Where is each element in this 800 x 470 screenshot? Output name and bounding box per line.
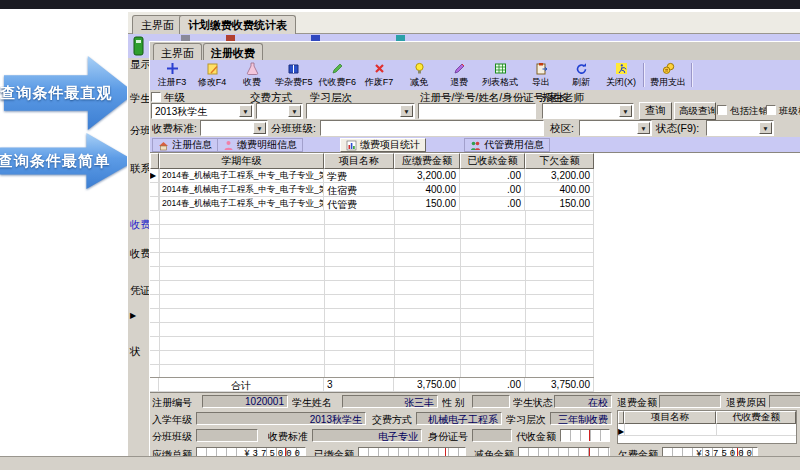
agent-amount-label: 代收金额	[516, 430, 556, 444]
refresh-icon	[575, 62, 588, 75]
campus-label: 校区:	[550, 122, 574, 136]
total-owed: 3,750.00	[525, 378, 594, 392]
refresh-button[interactable]: 刷新	[561, 61, 601, 89]
expense-button[interactable]: 费用支出	[647, 61, 689, 89]
reduce-button[interactable]: 减免	[399, 61, 439, 89]
top-dark-strip	[0, 0, 800, 9]
dropdown-arrow-icon[interactable]: ▼	[637, 122, 650, 134]
grid-line	[460, 211, 461, 377]
total-due: 3,750.00	[394, 378, 460, 392]
tab-main-interface[interactable]: 主界面	[132, 15, 183, 34]
subtab-registration-info[interactable]: 注册信息	[152, 138, 218, 152]
cell-semester: 2014春_机械电子工程系_中专_电子专业_第一年	[159, 197, 324, 211]
dropdown-arrow-icon[interactable]: ▼	[400, 105, 413, 117]
grade-checkbox[interactable]	[151, 92, 161, 102]
toolbar-button-label: 刷新	[572, 76, 590, 89]
class-input[interactable]	[320, 120, 544, 136]
fee-standard-select[interactable]: ▼	[200, 120, 268, 136]
col-header-owed[interactable]: 下欠金额	[525, 153, 594, 169]
dropdown-arrow-icon[interactable]: ▼	[759, 122, 772, 134]
left-panel-label: 联系电	[130, 162, 149, 176]
outer-tab-bar: 主界面 计划缴费收费统计表	[128, 12, 800, 34]
grid-line	[394, 211, 395, 377]
inner-tab-registration-fee[interactable]: 注册收费	[203, 43, 263, 60]
subtab-agent-fee-info[interactable]: 代管费用信息	[464, 138, 550, 152]
close-button[interactable]: 关闭(X)	[601, 61, 641, 89]
enroll-grade-value: 2013秋学生	[196, 412, 366, 425]
col-header-paid[interactable]: 已收款金额	[460, 153, 525, 169]
dropdown-arrow-icon[interactable]: ▼	[288, 105, 301, 117]
status-label: 状态(F9):	[656, 122, 699, 136]
reduce-bulb-icon	[413, 62, 426, 75]
fee-items-table: 学期年级 项目名称 应缴费金额 已收款金额 下欠金额 ▶ 2014春_机械电子工…	[150, 152, 800, 392]
export-button[interactable]: 导出	[521, 61, 561, 89]
callout-arrow-intuitive: 查询条件最直观	[4, 56, 135, 130]
detail-subtab-bar: 注册信息 缴费明细信息 缴费项目统计 代管费用信息	[150, 137, 800, 152]
register-button[interactable]: 注册F3	[152, 61, 192, 89]
agent-fee-button[interactable]: 代收费F6	[316, 61, 360, 89]
fee-standard-detail-label: 收费标准	[268, 430, 308, 444]
study-level-select[interactable]: ▼	[306, 103, 415, 119]
pay-method-detail-label: 交费方式	[372, 413, 412, 427]
agent-col-item[interactable]: 项目名称	[624, 411, 716, 424]
void-button[interactable]: 作废F7	[359, 61, 399, 89]
advanced-query-button[interactable]: 高级查询	[674, 102, 716, 120]
toolbar-button-label: 代收费F6	[319, 76, 357, 89]
dropdown-arrow-icon[interactable]: ▼	[619, 105, 632, 117]
grade-select[interactable]: 2013秋学生 ▼	[151, 103, 254, 119]
subtab-payment-detail-info[interactable]: 缴费明细信息	[217, 138, 303, 152]
query-button[interactable]: 查询	[639, 102, 672, 120]
subtab-label: 缴费项目统计	[360, 138, 420, 152]
toolbar-separator	[643, 63, 645, 87]
collect-fee-flask-icon	[246, 62, 259, 75]
agent-col-amount[interactable]: 代收费金额	[716, 411, 796, 424]
modify-button[interactable]: 修改F4	[192, 61, 232, 89]
reg-no-label: 注册编号	[152, 396, 192, 410]
fee-standard-label: 收费标准:	[152, 122, 197, 136]
subtab-payment-item-stats[interactable]: 缴费项目统计	[340, 138, 426, 152]
agent-table-row[interactable]: ▶	[618, 424, 796, 436]
status-select[interactable]: ▼	[706, 120, 774, 136]
inner-tab-main[interactable]: 主界面	[153, 43, 202, 60]
table-row[interactable]: 2014春_机械电子工程系_中专_电子专业_第一年 代管费 150.00 .00…	[150, 197, 594, 211]
screenshot-root: 查询条件最直观 查询条件最简单 主界面 计划缴费收费统计表 显示格 学生 分班班…	[0, 0, 800, 470]
dropdown-arrow-icon[interactable]: ▼	[239, 105, 252, 117]
student-status-label: 学生状态	[513, 396, 553, 410]
empty-grid-rows	[150, 211, 594, 377]
house-icon	[158, 140, 169, 151]
class-value	[196, 429, 258, 442]
search-input[interactable]	[418, 103, 536, 119]
table-row[interactable]: 2014春_机械电子工程系_中专_电子专业_第一年 住宿费 400.00 .00…	[150, 183, 594, 197]
left-panel-label: 收费	[130, 247, 149, 261]
list-format-button[interactable]: 列表格式	[479, 61, 521, 89]
class-fuzzy-checkbox[interactable]	[766, 105, 776, 115]
cell-item: 住宿费	[324, 183, 394, 197]
study-level-detail-label: 学习层次	[506, 413, 546, 427]
left-panel-label: 凭证号	[130, 284, 149, 298]
agent-amount-field	[560, 429, 610, 442]
display-format-icon[interactable]	[131, 36, 146, 56]
tuition-fee-button[interactable]: 学杂费F5	[272, 61, 316, 89]
row-marker-header	[150, 153, 159, 169]
campus-select[interactable]: ▼	[579, 120, 652, 136]
col-header-due[interactable]: 应缴费金额	[394, 153, 460, 169]
dropdown-arrow-icon[interactable]: ▼	[253, 122, 266, 134]
refund-button[interactable]: 退费	[439, 61, 479, 89]
toolbar-button-label: 收费	[243, 76, 261, 89]
table-row[interactable]: ▶ 2014春_机械电子工程系_中专_电子专业_第一年 学费 3,200.00 …	[150, 169, 594, 183]
list-format-grid-icon	[494, 62, 507, 75]
grid-line	[716, 424, 717, 435]
collect-fee-button[interactable]: 收费	[232, 61, 272, 89]
class-detail-label: 分班班级	[152, 430, 192, 444]
callout-arrow-simple: 查询条件最简单	[0, 133, 135, 189]
fee-standard-value: 电子专业	[312, 429, 422, 442]
subtab-label: 缴费明细信息	[237, 138, 297, 152]
pay-method-select[interactable]: ▼	[256, 103, 303, 119]
col-header-item[interactable]: 项目名称	[324, 153, 394, 169]
recruiter-select[interactable]: ▼	[542, 103, 634, 119]
col-header-semester[interactable]: 学期年级	[159, 153, 324, 169]
include-cancelled-checkbox[interactable]	[717, 105, 727, 115]
tuition-book-icon	[287, 62, 300, 75]
tab-planned-fee-stats[interactable]: 计划缴费收费统计表	[179, 15, 296, 34]
agent-fee-pencil-icon	[331, 62, 344, 75]
